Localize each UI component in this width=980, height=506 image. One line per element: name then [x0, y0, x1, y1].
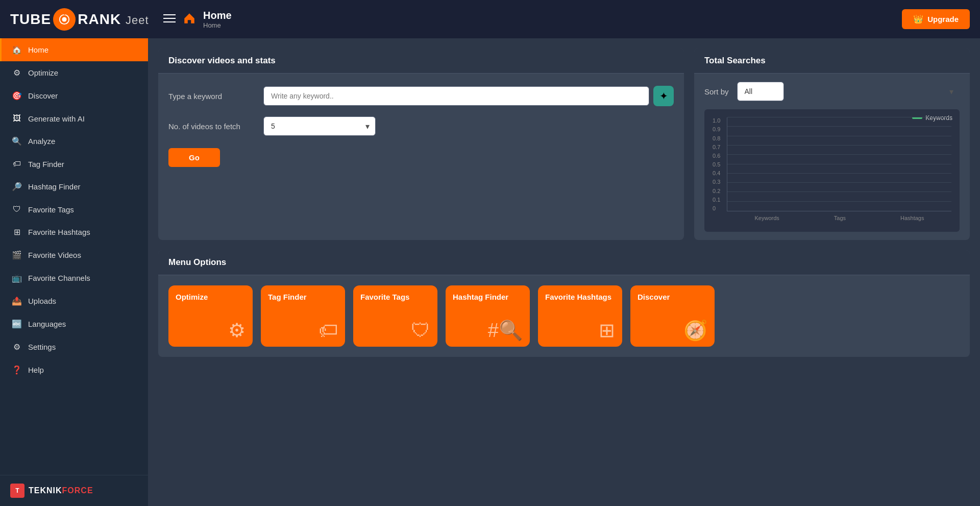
menu-card-tag-finder[interactable]: Tag Finder 🏷: [261, 285, 345, 347]
sidebar: 🏠 Home ⚙ Optimize 🎯 Discover 🖼 Generate …: [0, 38, 148, 506]
sidebar-item-uploads[interactable]: 📤 Uploads: [0, 290, 148, 312]
menu-card-icon: #🔍: [488, 319, 523, 342]
header-title-area: Home Home: [203, 10, 232, 29]
menu-card-label: Discover: [638, 293, 670, 301]
brand-name: TEKNIKFORCE: [29, 486, 93, 495]
upgrade-button[interactable]: 👑 Upgrade: [902, 9, 970, 29]
sidebar-item-favorite-channels[interactable]: 📺 Favorite Channels: [0, 267, 148, 290]
menu-card-hashtag-finder[interactable]: Hashtag Finder #🔍: [446, 285, 530, 347]
y-axis: 0 0.1 0.2 0.3 0.4 0.5 0.6 0.7 0.8 0.9 1.…: [713, 117, 727, 211]
go-button[interactable]: Go: [168, 148, 220, 167]
menu-card-label: Optimize: [176, 293, 208, 301]
sidebar-footer: T TEKNIKFORCE: [0, 475, 148, 506]
menu-card-favorite-hashtags[interactable]: Favorite Hashtags ⊞: [538, 285, 622, 347]
optimize-icon: ⚙: [12, 68, 22, 78]
sidebar-item-label: Discover: [28, 91, 58, 100]
sidebar-item-generate-ai[interactable]: 🖼 Generate with AI: [0, 107, 148, 130]
sidebar-item-label: Help: [28, 366, 44, 374]
discover-panel-title: Discover videos and stats: [168, 56, 276, 65]
menu-card-icon: ⚙: [228, 319, 246, 342]
keyword-input-wrap: ✦: [263, 86, 674, 106]
generate-ai-icon: 🖼: [12, 114, 22, 123]
sidebar-item-label: Favorite Channels: [28, 274, 90, 282]
sidebar-item-hashtag-finder[interactable]: 🔎 Hashtag Finder: [0, 175, 148, 198]
menu-card-discover[interactable]: Discover 🧭: [630, 285, 715, 347]
tag-finder-icon: 🏷: [12, 159, 22, 168]
sidebar-item-tag-finder[interactable]: 🏷 Tag Finder: [0, 153, 148, 175]
sidebar-item-favorite-tags[interactable]: 🛡 Favorite Tags: [0, 198, 148, 221]
fetch-row: No. of videos to fetch 5 10 15 20 25: [168, 116, 674, 136]
tf-icon: T: [10, 484, 24, 498]
searches-panel-title: Total Searches: [704, 56, 766, 65]
sidebar-item-label: Home: [28, 45, 48, 54]
hamburger-icon[interactable]: [163, 12, 176, 27]
menu-card-label: Favorite Hashtags: [545, 293, 611, 301]
sidebar-item-label: Languages: [28, 320, 66, 328]
logo-tube: TUBE: [10, 11, 51, 27]
searches-panel-header: Total Searches: [694, 49, 970, 74]
sidebar-item-label: Settings: [28, 343, 56, 351]
main-content: Discover videos and stats Type a keyword…: [148, 38, 980, 506]
keyword-row: Type a keyword ✦: [168, 86, 674, 106]
sidebar-item-optimize[interactable]: ⚙ Optimize: [0, 61, 148, 84]
sort-select[interactable]: All Keywords Tags Hashtags: [737, 82, 784, 101]
menu-card-icon: 🧭: [683, 319, 707, 342]
sidebar-item-label: Tag Finder: [28, 160, 64, 168]
sidebar-nav: 🏠 Home ⚙ Optimize 🎯 Discover 🖼 Generate …: [0, 38, 148, 475]
sidebar-item-favorite-hashtags[interactable]: ⊞ Favorite Hashtags: [0, 221, 148, 244]
home-icon: 🏠: [12, 45, 22, 55]
menu-card-icon: 🏷: [318, 320, 338, 342]
discover-panel: Discover videos and stats Type a keyword…: [158, 49, 684, 240]
svg-rect-2: [163, 14, 176, 15]
menu-options-header: Menu Options: [158, 250, 970, 275]
sidebar-item-languages[interactable]: 🔤 Languages: [0, 312, 148, 335]
fetch-select[interactable]: 5 10 15 20 25: [263, 116, 376, 136]
discover-icon: 🎯: [12, 91, 22, 101]
sidebar-item-settings[interactable]: ⚙ Settings: [0, 335, 148, 358]
menu-options-title: Menu Options: [168, 257, 226, 267]
searches-panel: Total Searches Sort by All Keywords Tags…: [694, 49, 970, 240]
menu-card-optimize[interactable]: Optimize ⚙: [168, 285, 253, 347]
ai-button[interactable]: ✦: [653, 86, 674, 106]
menu-card-icon: 🛡: [411, 320, 430, 342]
logo-rank: RANK: [78, 11, 121, 27]
fetch-select-wrapper: 5 10 15 20 25: [263, 116, 376, 136]
menu-card-label: Tag Finder: [268, 293, 307, 301]
svg-rect-4: [163, 21, 176, 22]
sidebar-item-favorite-videos[interactable]: 🎬 Favorite Videos: [0, 244, 148, 267]
sidebar-item-help[interactable]: ❓ Help: [0, 358, 148, 381]
help-icon: ❓: [12, 365, 22, 375]
svg-point-1: [62, 17, 67, 21]
x-labels: Keywords Tags Hashtags: [727, 215, 951, 221]
sort-label: Sort by: [704, 87, 729, 96]
sidebar-item-discover[interactable]: 🎯 Discover: [0, 84, 148, 107]
favorite-channels-icon: 📺: [12, 273, 22, 283]
upgrade-label: Upgrade: [927, 15, 959, 23]
teknikforce-logo: T TEKNIKFORCE: [10, 484, 93, 498]
header-center: Home Home: [158, 10, 902, 29]
keyword-label: Type a keyword: [168, 92, 255, 101]
ai-icon: ✦: [659, 90, 668, 102]
sidebar-item-label: Generate with AI: [28, 114, 85, 123]
crown-icon: 👑: [913, 14, 923, 24]
sidebar-item-home[interactable]: 🏠 Home: [0, 38, 148, 61]
sidebar-item-label: Hashtag Finder: [28, 182, 81, 191]
menu-card-icon: ⊞: [599, 319, 615, 342]
uploads-icon: 📤: [12, 296, 22, 306]
menu-options-panel: Menu Options Optimize ⚙ Tag Finder 🏷 Fav…: [158, 250, 970, 357]
logo-area: TUBE RANK Jeet: [10, 8, 158, 31]
favorite-hashtags-icon: ⊞: [12, 227, 22, 237]
menu-card-favorite-tags[interactable]: Favorite Tags 🛡: [353, 285, 437, 347]
topbar: TUBE RANK Jeet Home Home 👑 Upgrade: [0, 0, 980, 38]
sidebar-item-label: Analyze: [28, 137, 55, 146]
analyze-icon: 🔍: [12, 136, 22, 146]
sidebar-item-analyze[interactable]: 🔍 Analyze: [0, 130, 148, 153]
sidebar-item-label: Favorite Tags: [28, 205, 74, 214]
page-title: Home: [203, 10, 232, 21]
home-nav-icon: [183, 12, 196, 27]
keyword-input[interactable]: [263, 86, 649, 106]
chart-inner: 0 0.1 0.2 0.3 0.4 0.5 0.6 0.7 0.8 0.9 1.…: [713, 117, 951, 224]
favorite-tags-icon: 🛡: [12, 205, 22, 214]
discover-panel-header: Discover videos and stats: [158, 49, 684, 74]
discover-panel-body: Type a keyword ✦ No. of videos to fetch: [158, 74, 684, 179]
